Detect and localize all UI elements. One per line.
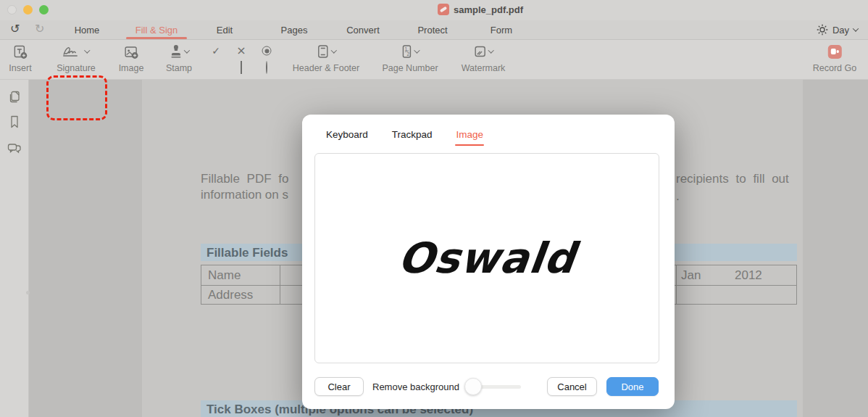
table-column-divider <box>676 265 677 304</box>
watermark-icon <box>474 45 487 58</box>
clear-button[interactable]: Clear <box>314 377 364 396</box>
circle-field-button[interactable] <box>266 62 267 73</box>
tab-pages[interactable]: Pages <box>281 25 308 36</box>
dialog-tab-trackpad[interactable]: Trackpad <box>392 129 433 146</box>
checkmark-field-button[interactable]: ✓ <box>212 46 220 56</box>
cancel-button[interactable]: Cancel <box>547 377 597 396</box>
table-cell-year[interactable]: 2012 <box>735 268 762 283</box>
chevron-down-icon <box>488 47 493 53</box>
radio-filled-icon <box>262 46 272 56</box>
ribbon-toolbar: Insert Signature Image <box>0 40 868 80</box>
ribbon-tab-bar: ↺ ↻ Home Fill & Sign Edit Pages Convert … <box>0 20 868 40</box>
stamp-icon <box>169 45 182 59</box>
square-field-button[interactable] <box>241 62 242 73</box>
pdf-file-icon <box>438 4 449 15</box>
page-number-icon: 1 2 <box>401 44 413 59</box>
tab-home[interactable]: Home <box>75 25 100 36</box>
watermark-button[interactable]: Watermark <box>462 40 506 80</box>
theme-label: Day <box>832 25 849 36</box>
redo-icon[interactable]: ↻ <box>35 22 44 36</box>
chevron-down-icon <box>330 47 336 53</box>
close-window-button[interactable] <box>7 5 17 15</box>
theme-dropdown[interactable]: Day <box>817 24 858 36</box>
active-tab-underline <box>126 37 187 39</box>
window-title: sample_pdf.pdf <box>454 4 523 15</box>
page-number-button[interactable]: 1 2 Page Number <box>382 40 438 80</box>
slider-knob[interactable] <box>464 378 482 395</box>
sun-icon <box>817 24 828 36</box>
signature-preview: Oswald <box>396 234 578 283</box>
page-paragraph-line2-left: information on s <box>201 188 288 202</box>
app-window: sample_pdf.pdf ↺ ↻ Home Fill & Sign Edit… <box>0 0 868 417</box>
svg-text:2: 2 <box>407 51 410 57</box>
record-button[interactable]: Record Go <box>813 40 856 80</box>
radio-filled-field-button[interactable] <box>262 46 272 56</box>
chevron-down-icon <box>84 47 90 53</box>
image-icon <box>124 44 139 59</box>
watermark-label: Watermark <box>462 63 506 73</box>
page-thumbnails-icon[interactable] <box>7 90 21 104</box>
signature-icon <box>62 46 83 57</box>
record-label: Record Go <box>813 63 856 73</box>
signature-canvas[interactable]: Oswald <box>314 153 659 363</box>
header-footer-button[interactable]: Header & Footer <box>293 40 359 80</box>
dialog-tab-image[interactable]: Image <box>456 129 484 146</box>
tab-protect[interactable]: Protect <box>417 25 447 36</box>
fillable-fields-header: Fillable Fields <box>206 246 288 260</box>
stamp-label: Stamp <box>166 63 192 73</box>
image-button[interactable]: Image <box>119 40 144 80</box>
remove-background-slider[interactable] <box>464 377 522 396</box>
tab-fill-and-sign[interactable]: Fill & Sign <box>135 25 178 36</box>
signature-dialog-tabs: Keyboard Trackpad Image <box>326 129 483 146</box>
window-title-group: sample_pdf.pdf <box>438 4 523 15</box>
insert-button[interactable]: Insert <box>9 40 31 80</box>
table-cell-address: Address <box>208 288 253 302</box>
table-cell-month[interactable]: Jan <box>681 268 701 283</box>
header-footer-icon <box>316 44 329 59</box>
header-footer-label: Header & Footer <box>293 63 359 73</box>
tab-form[interactable]: Form <box>491 25 512 36</box>
chevron-down-icon <box>183 47 189 53</box>
table-cell-name: Name <box>208 268 241 283</box>
image-label: Image <box>119 63 144 73</box>
remove-background-label: Remove background <box>372 381 459 392</box>
stamp-button[interactable]: Stamp <box>166 40 192 80</box>
tab-edit[interactable]: Edit <box>217 25 233 36</box>
page-paragraph-line1-left: Fillable PDF fo <box>201 172 288 186</box>
title-bar: sample_pdf.pdf <box>0 0 868 20</box>
signature-dialog: Keyboard Trackpad Image Oswald Clear Rem… <box>302 115 675 409</box>
dialog-tab-keyboard[interactable]: Keyboard <box>326 129 368 146</box>
signature-button[interactable]: Signature <box>57 40 96 80</box>
dialog-footer: Clear Remove background Cancel Done <box>302 377 675 397</box>
insert-text-icon <box>12 44 28 59</box>
cross-field-button[interactable]: × <box>236 45 246 57</box>
page-paragraph-line1-right: recipients to fill out <box>676 172 789 186</box>
sidebar-resize-handle[interactable] <box>26 291 30 294</box>
bookmarks-icon[interactable] <box>9 115 20 129</box>
left-sidebar <box>0 80 29 417</box>
insert-label: Insert <box>9 63 31 73</box>
table-column-divider <box>280 265 280 304</box>
undo-icon[interactable]: ↺ <box>10 22 20 36</box>
page-number-label: Page Number <box>382 63 438 73</box>
record-camera-icon <box>827 45 841 59</box>
square-icon <box>241 61 242 74</box>
page-paragraph-line2-right: . <box>676 189 680 204</box>
done-button[interactable]: Done <box>606 377 659 396</box>
minimize-window-button[interactable] <box>23 5 33 15</box>
tab-convert[interactable]: Convert <box>346 25 380 36</box>
chevron-down-icon <box>853 25 859 31</box>
zoom-window-button[interactable] <box>39 5 49 15</box>
comments-icon[interactable] <box>7 142 22 154</box>
chevron-down-icon <box>414 47 420 53</box>
signature-label: Signature <box>57 63 96 73</box>
circle-icon <box>266 61 267 74</box>
